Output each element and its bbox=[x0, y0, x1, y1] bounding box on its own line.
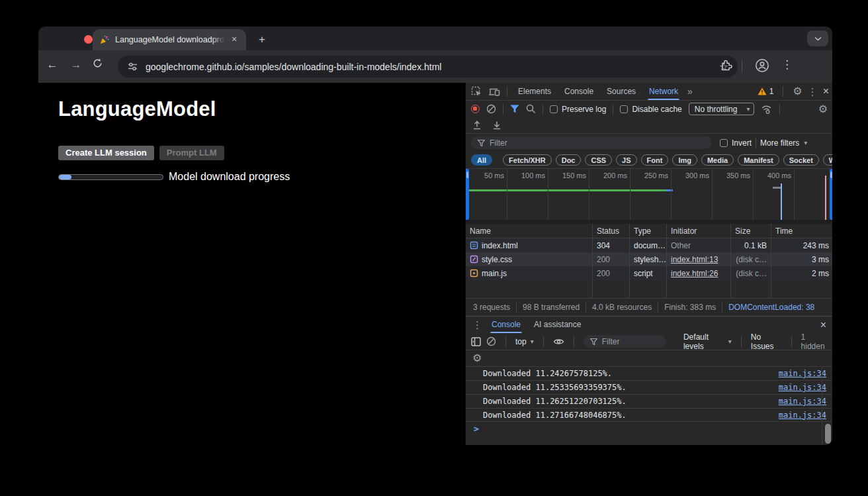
browser-menu-icon[interactable]: ⋮ bbox=[781, 58, 793, 72]
console-settings-row: ⚙ bbox=[466, 350, 832, 366]
timeline-gridline bbox=[507, 169, 507, 220]
console-sidebar-icon[interactable] bbox=[471, 337, 481, 346]
console-message[interactable]: Downloaded 11.27166748046875%. main.js:3… bbox=[466, 408, 832, 422]
preserve-log-checkbox[interactable]: Preserve log bbox=[550, 105, 606, 114]
drawer-menu-icon[interactable]: ⋮ bbox=[472, 320, 482, 330]
console-message-source-link[interactable]: main.js:34 bbox=[779, 383, 826, 392]
column-type[interactable]: Type bbox=[630, 224, 667, 238]
drawer-tab-ai-assistance[interactable]: AI assistance bbox=[527, 317, 587, 333]
context-selector-dropdown[interactable]: top ▾ bbox=[515, 337, 534, 346]
browser-tab[interactable]: LanguageModel downloadpro × bbox=[93, 29, 246, 50]
network-overview-timeline[interactable]: 50 ms100 ms150 ms200 ms250 ms300 ms350 m… bbox=[466, 169, 832, 220]
network-filter-input[interactable]: Filter bbox=[471, 136, 712, 149]
console-prompt-chevron[interactable]: > bbox=[474, 424, 479, 434]
table-row[interactable]: style.css 200 stylesh… index.html:13 (di… bbox=[466, 252, 832, 266]
live-expression-eye-icon[interactable] bbox=[553, 338, 564, 346]
column-name[interactable]: Name bbox=[466, 224, 593, 238]
column-time[interactable]: Time bbox=[771, 224, 832, 238]
console-message[interactable]: Downloaded 11.25335693359375%. main.js:3… bbox=[466, 380, 832, 394]
more-tabs-icon[interactable]: » bbox=[685, 86, 695, 97]
throttling-dropdown[interactable]: No throttling ▾ bbox=[689, 103, 755, 115]
no-issues-label[interactable]: No Issues bbox=[751, 332, 782, 351]
console-message-source-link[interactable]: main.js:34 bbox=[779, 411, 826, 420]
console-message[interactable]: Downloaded 11.26251220703125%. main.js:3… bbox=[466, 394, 832, 408]
record-network-log-icon[interactable] bbox=[471, 105, 480, 113]
column-size[interactable]: Size bbox=[731, 224, 771, 238]
table-row[interactable]: main.js 200 script index.html:26 (disk c… bbox=[466, 266, 832, 280]
chip-socket[interactable]: Socket bbox=[783, 154, 819, 166]
clear-network-log-icon[interactable] bbox=[486, 104, 496, 114]
console-settings-gear-icon[interactable]: ⚙ bbox=[472, 353, 482, 364]
timeline-request-bar-blue bbox=[666, 189, 673, 191]
reload-icon[interactable] bbox=[92, 58, 109, 69]
column-initiator[interactable]: Initiator bbox=[667, 224, 731, 238]
console-filter-input[interactable]: Filter bbox=[584, 335, 666, 348]
create-llm-session-button[interactable]: Create LLM session bbox=[58, 146, 154, 160]
chip-wasm[interactable]: Wasm bbox=[823, 154, 832, 166]
chip-doc[interactable]: Doc bbox=[556, 154, 582, 166]
timeline-right-handle[interactable] bbox=[830, 169, 832, 220]
tab-elements[interactable]: Elements bbox=[511, 83, 558, 100]
progress-fill bbox=[59, 175, 71, 179]
tab-network[interactable]: Network bbox=[642, 83, 685, 100]
devtools-menu-icon[interactable]: ⋮ bbox=[808, 87, 818, 97]
chip-font[interactable]: Font bbox=[641, 154, 669, 166]
chip-css[interactable]: CSS bbox=[585, 154, 612, 166]
site-settings-icon[interactable] bbox=[128, 62, 138, 72]
default-levels-dropdown[interactable]: Default levels ▾ bbox=[683, 332, 732, 351]
forward-icon[interactable]: → bbox=[67, 58, 85, 72]
console-filter-placeholder: Filter bbox=[602, 337, 620, 346]
browser-window: LanguageModel downloadpro × + ← → bbox=[38, 26, 832, 445]
inspect-element-icon[interactable] bbox=[471, 86, 482, 97]
tab-sources[interactable]: Sources bbox=[600, 83, 642, 100]
chip-fetch-xhr[interactable]: Fetch/XHR bbox=[503, 154, 552, 166]
devtools-close-icon[interactable]: × bbox=[823, 86, 829, 97]
har-row bbox=[466, 117, 832, 134]
tab-search-chevron-button[interactable] bbox=[807, 30, 828, 46]
search-icon[interactable] bbox=[526, 104, 536, 114]
profile-icon[interactable] bbox=[755, 58, 769, 73]
console-message[interactable]: Downloaded 11.24267578125%. main.js:34 bbox=[466, 366, 832, 380]
device-toolbar-icon[interactable] bbox=[488, 87, 500, 97]
filter-funnel-icon bbox=[590, 338, 597, 345]
console-message-source-link[interactable]: main.js:34 bbox=[779, 369, 826, 378]
clear-console-icon[interactable] bbox=[486, 336, 496, 346]
initiator-link[interactable]: index.html:13 bbox=[671, 255, 718, 264]
network-conditions-icon[interactable] bbox=[761, 105, 773, 114]
network-settings-gear-icon[interactable]: ⚙ bbox=[818, 104, 828, 115]
chip-all[interactable]: All bbox=[471, 154, 492, 166]
timeline-left-handle[interactable] bbox=[466, 169, 469, 220]
tab-console[interactable]: Console bbox=[558, 83, 600, 100]
chip-img[interactable]: Img bbox=[672, 154, 697, 166]
timeline-tick-label: 300 ms bbox=[685, 172, 709, 179]
hidden-messages-count[interactable]: 1 hidden bbox=[801, 332, 828, 351]
load-marker-line bbox=[825, 175, 826, 220]
extensions-puzzle-icon[interactable] bbox=[720, 59, 733, 72]
console-message-source-link[interactable]: main.js:34 bbox=[779, 397, 826, 406]
more-filters-button[interactable]: More filters ▾ bbox=[760, 138, 807, 148]
filter-funnel-icon bbox=[478, 140, 485, 146]
filter-funnel-icon[interactable] bbox=[510, 105, 519, 113]
drawer-tab-console[interactable]: Console bbox=[485, 317, 527, 333]
table-row[interactable]: index.html 304 docum… Other 0.1 kB 243 m… bbox=[466, 238, 832, 252]
chip-media[interactable]: Media bbox=[701, 154, 734, 166]
disable-cache-checkbox[interactable]: Disable cache bbox=[620, 105, 681, 114]
new-tab-button[interactable]: + bbox=[254, 32, 270, 48]
export-har-icon[interactable] bbox=[492, 121, 501, 130]
chip-js[interactable]: JS bbox=[616, 154, 636, 166]
warnings-badge[interactable]: 1 bbox=[758, 87, 774, 96]
back-icon[interactable]: ← bbox=[44, 58, 61, 72]
initiator-link[interactable]: index.html:26 bbox=[671, 269, 718, 278]
url-bar[interactable]: googlechrome.github.io/samples/downloadi… bbox=[118, 56, 738, 77]
timeline-tick-label: 150 ms bbox=[562, 172, 586, 179]
devtools-settings-gear-icon[interactable]: ⚙ bbox=[793, 86, 802, 97]
chip-manifest[interactable]: Manifest bbox=[738, 154, 779, 166]
column-status[interactable]: Status bbox=[593, 224, 630, 238]
tab-strip: LanguageModel downloadpro × + bbox=[38, 26, 832, 50]
tab-close-icon[interactable]: × bbox=[228, 34, 240, 46]
drawer-close-icon[interactable]: × bbox=[820, 320, 826, 330]
invert-checkbox[interactable]: Invert bbox=[720, 138, 752, 148]
close-window-button[interactable] bbox=[84, 35, 93, 44]
console-scrollbar-thumb[interactable] bbox=[825, 424, 831, 444]
import-har-icon[interactable] bbox=[472, 121, 482, 130]
